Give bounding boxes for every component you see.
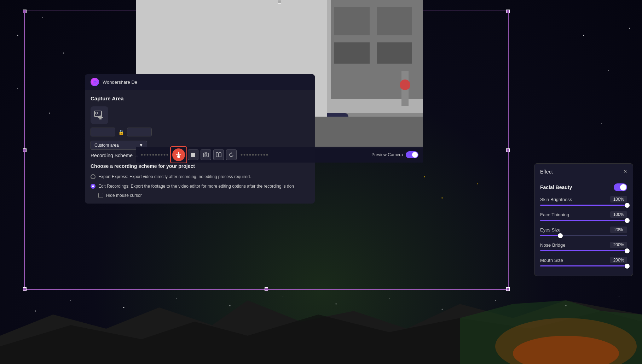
svg-rect-72 bbox=[219, 153, 221, 157]
svg-point-86 bbox=[96, 112, 98, 114]
wondershare-logo-icon bbox=[92, 79, 98, 85]
nose-bridge-label: Nose Bridge bbox=[540, 242, 566, 248]
facial-beauty-label: Facial Beauty bbox=[540, 184, 572, 190]
eyes-size-fill bbox=[540, 235, 560, 236]
svg-point-6 bbox=[177, 298, 177, 299]
svg-point-83 bbox=[266, 154, 268, 155]
face-thinning-value: 100% bbox=[610, 211, 627, 218]
svg-point-12 bbox=[495, 300, 496, 301]
skin-brightness-value: 100% bbox=[610, 196, 627, 202]
effect-panel: Effect × Facial Beauty Skin Brightness 1… bbox=[534, 163, 633, 276]
svg-rect-34 bbox=[334, 42, 370, 64]
preview-camera-toggle[interactable] bbox=[406, 151, 418, 158]
radio-circle-export bbox=[91, 174, 96, 179]
skin-brightness-fill bbox=[540, 205, 627, 206]
face-thinning-track[interactable] bbox=[540, 220, 627, 221]
stop-button[interactable] bbox=[188, 149, 198, 160]
svg-point-69 bbox=[205, 154, 207, 156]
svg-point-78 bbox=[252, 154, 254, 155]
svg-point-13 bbox=[566, 305, 567, 306]
svg-point-63 bbox=[155, 154, 157, 155]
eyes-size-thumb[interactable] bbox=[558, 233, 563, 238]
mouth-size-track[interactable] bbox=[540, 265, 627, 266]
radio-circle-edit bbox=[91, 184, 96, 189]
app-titlebar: Wondershare De bbox=[85, 74, 315, 90]
svg-rect-71 bbox=[216, 153, 218, 157]
svg-point-75 bbox=[244, 154, 245, 155]
face-thinning-thumb[interactable] bbox=[625, 218, 630, 223]
mouth-size-thumb[interactable] bbox=[625, 264, 630, 269]
svg-point-61 bbox=[150, 154, 151, 155]
effect-title: Effect bbox=[540, 169, 553, 175]
svg-point-10 bbox=[389, 298, 389, 299]
capture-icon bbox=[94, 110, 105, 121]
svg-point-67 bbox=[167, 154, 168, 155]
width-input[interactable]: 1600 bbox=[91, 128, 115, 136]
size-inputs: 1600 🔒 960 bbox=[91, 128, 309, 136]
hide-mouse-label: Hide mouse cursor bbox=[106, 193, 142, 198]
svg-point-58 bbox=[141, 154, 143, 155]
record-button[interactable] bbox=[172, 148, 185, 161]
app-logo bbox=[91, 78, 99, 86]
radio-edit-recordings[interactable]: Edit Recordings: Export the footage to t… bbox=[91, 183, 309, 189]
nose-bridge-value: 200% bbox=[610, 242, 627, 248]
skin-brightness-thumb[interactable] bbox=[625, 203, 630, 208]
toggle-knob bbox=[412, 152, 418, 158]
skin-brightness-label: Skin Brightness bbox=[540, 197, 572, 202]
svg-point-9 bbox=[336, 304, 337, 305]
refresh-icon bbox=[229, 152, 234, 158]
facial-beauty-row: Facial Beauty bbox=[534, 179, 633, 194]
svg-point-76 bbox=[247, 154, 248, 155]
record-button-container[interactable] bbox=[172, 148, 185, 161]
svg-rect-33 bbox=[377, 7, 412, 35]
mountain-silhouette bbox=[0, 293, 642, 364]
radio-export-express[interactable]: Export Express: Export video directly af… bbox=[91, 174, 309, 180]
mouth-size-fill bbox=[540, 265, 627, 266]
split-icon bbox=[216, 152, 221, 157]
svg-rect-35 bbox=[377, 42, 412, 64]
skin-brightness-row: Skin Brightness 100% bbox=[534, 194, 633, 209]
svg-point-5 bbox=[123, 307, 125, 308]
skin-brightness-track[interactable] bbox=[540, 205, 627, 206]
svg-rect-68 bbox=[203, 153, 208, 157]
svg-point-81 bbox=[261, 154, 262, 155]
app-title: Wondershare De bbox=[103, 80, 137, 85]
svg-point-82 bbox=[264, 154, 265, 155]
refresh-button[interactable] bbox=[226, 149, 237, 160]
toolbar: Preview Camera bbox=[136, 147, 423, 163]
svg-point-62 bbox=[152, 154, 154, 155]
svg-point-11 bbox=[442, 309, 443, 310]
toggle-purple-knob bbox=[620, 184, 626, 190]
nose-bridge-track[interactable] bbox=[540, 250, 627, 251]
svg-rect-32 bbox=[334, 7, 370, 35]
height-input[interactable]: 960 bbox=[127, 128, 152, 136]
screenshot-button[interactable] bbox=[201, 149, 211, 160]
toolbar-dots-right bbox=[240, 153, 268, 156]
stop-icon bbox=[191, 153, 195, 157]
capture-area-icon[interactable] bbox=[91, 106, 108, 124]
svg-point-3 bbox=[35, 311, 36, 312]
svg-point-14 bbox=[619, 297, 619, 297]
dots-track-left bbox=[140, 153, 169, 156]
svg-marker-73 bbox=[231, 152, 232, 154]
split-button[interactable] bbox=[213, 149, 224, 160]
eyes-size-track[interactable] bbox=[540, 235, 627, 236]
hide-mouse-checkbox[interactable] bbox=[98, 193, 103, 198]
screenshot-icon bbox=[203, 152, 209, 157]
preview-camera-section: Preview Camera bbox=[371, 151, 418, 158]
effect-close-button[interactable]: × bbox=[623, 168, 627, 175]
hide-mouse-checkbox-row[interactable]: Hide mouse cursor bbox=[98, 193, 309, 198]
lock-icon: 🔒 bbox=[118, 129, 124, 135]
svg-point-8 bbox=[283, 297, 283, 297]
facial-beauty-toggle[interactable] bbox=[614, 183, 627, 191]
svg-point-7 bbox=[230, 305, 231, 306]
face-thinning-label: Face Thinning bbox=[540, 212, 569, 217]
nose-bridge-fill bbox=[540, 250, 627, 251]
svg-point-79 bbox=[255, 154, 257, 155]
scheme-title: Choose a recording scheme for your proje… bbox=[91, 163, 309, 169]
toolbar-dots-left bbox=[140, 153, 169, 156]
app-window: Wondershare De Capture Area 1600 🔒 960 C… bbox=[85, 74, 315, 204]
nose-bridge-thumb[interactable] bbox=[625, 248, 630, 253]
svg-point-4 bbox=[70, 300, 71, 301]
nose-bridge-row: Nose Bridge 200% bbox=[534, 240, 633, 255]
